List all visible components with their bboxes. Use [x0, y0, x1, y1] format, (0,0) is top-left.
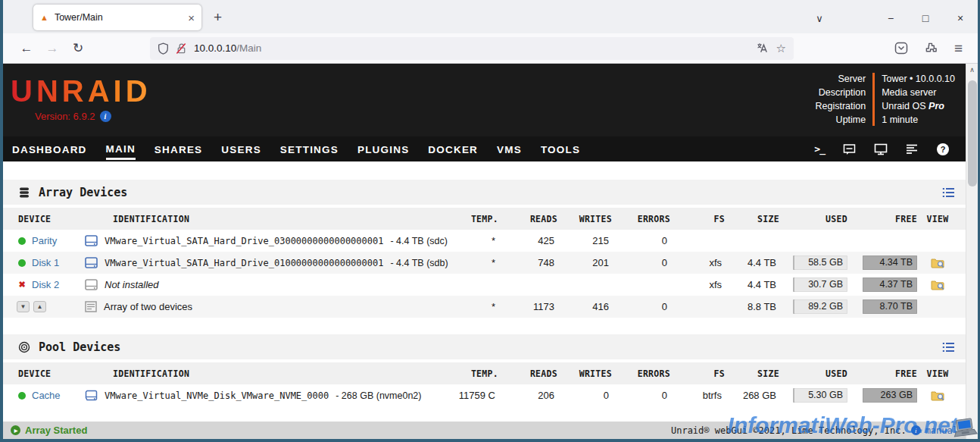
unraid-page: UNRAID Version: 6.9.2 i Server Descripti… — [3, 64, 966, 439]
used-cell: 5.30 GB — [779, 388, 847, 403]
url-text[interactable]: 10.0.0.10/Main — [194, 42, 750, 54]
used-cell: 58.5 GB — [779, 255, 847, 270]
browser-tab-bar: ▲ Tower/Main × + ∨ − □ × — [3, 0, 978, 33]
device-size-note: - 268 GB (nvme0n2) — [336, 390, 421, 401]
nav-main[interactable]: MAIN — [106, 139, 136, 160]
nav-plugins[interactable]: PLUGINS — [357, 139, 409, 158]
reads-cell: 206 — [498, 390, 557, 401]
size-cell: 8.8 TB — [725, 301, 779, 312]
col-identification: IDENTIFICATION — [85, 214, 456, 224]
pocket-icon[interactable] — [894, 42, 908, 55]
fs-cell: xfs — [670, 279, 725, 290]
nav-docker[interactable]: DOCKER — [428, 139, 478, 158]
log-icon[interactable] — [906, 143, 919, 155]
used-cell: 89.2 GB — [779, 299, 847, 314]
bookmark-star-icon[interactable]: ☆ — [776, 42, 786, 55]
nav-tools[interactable]: TOOLS — [541, 139, 580, 158]
browser-window: ▲ Tower/Main × + ∨ − □ × ← → ↻ 10.0.0.10… — [0, 0, 980, 442]
temp-cell: * — [456, 257, 498, 268]
menu-hamburger-icon[interactable]: ≡ — [954, 40, 963, 57]
forward-button[interactable]: → — [39, 41, 65, 56]
translate-icon[interactable] — [757, 42, 769, 54]
browser-tab[interactable]: ▲ Tower/Main × — [33, 5, 201, 30]
maximize-button[interactable]: □ — [908, 12, 943, 24]
back-button[interactable]: ← — [14, 41, 39, 56]
col-writes: WRITES — [557, 214, 612, 224]
nav-dashboard[interactable]: DASHBOARD — [12, 139, 87, 158]
device-identification: VMware_Virtual_NVMe_Disk_VMware_NVME_000… — [105, 390, 329, 401]
nav-users[interactable]: USERS — [221, 139, 261, 158]
nav-settings[interactable]: SETTINGS — [280, 139, 339, 158]
col-used: USED — [779, 368, 847, 379]
temp-cell: * — [456, 235, 498, 246]
feedback-icon[interactable] — [843, 143, 856, 155]
device-link-disk2[interactable]: Disk 2 — [32, 279, 59, 290]
insecure-lock-icon[interactable] — [176, 42, 187, 55]
array-started-icon: ▶ — [11, 425, 20, 435]
list-tabs-icon[interactable]: ∨ — [802, 13, 837, 24]
unraid-header: UNRAID Version: 6.9.2 i Server Descripti… — [3, 64, 966, 136]
device-size-note: - 4.4 TB (sdc) — [390, 236, 447, 246]
col-free: FREE — [847, 368, 917, 379]
col-device: DEVICE — [9, 368, 85, 379]
free-cell: 8.70 TB — [847, 299, 917, 314]
pool-circle-icon — [18, 341, 30, 353]
page-scrollbar[interactable]: ∧ — [966, 64, 978, 439]
device-link-disk1[interactable]: Disk 1 — [32, 257, 59, 268]
collapse-down-button[interactable]: ▼ — [17, 301, 30, 312]
scrollbar-up-icon[interactable]: ∧ — [966, 64, 978, 76]
watermark-laptop-icon — [952, 418, 978, 439]
collapse-up-button[interactable]: ▲ — [33, 301, 46, 312]
temp-cell: * — [456, 301, 498, 312]
version-line: Version: 6.9.2 i — [35, 111, 111, 122]
window-close-button[interactable]: × — [943, 12, 978, 24]
reads-cell: 1173 — [498, 301, 557, 312]
device-size-note: - 4.4 TB (sdb) — [390, 258, 448, 268]
errors-cell: 0 — [612, 301, 670, 312]
watermark-text: InformatiWeb-Pro.net — [728, 412, 958, 438]
col-errors: ERRORS — [612, 368, 670, 379]
free-cell: 263 GB — [847, 388, 917, 403]
registration-label: Registration — [816, 99, 866, 113]
nav-shares[interactable]: SHARES — [154, 139, 202, 158]
errors-cell: 0 — [612, 235, 670, 246]
list-view-icon[interactable] — [942, 342, 955, 353]
array-summary-icon — [85, 301, 97, 312]
reload-button[interactable]: ↻ — [65, 40, 91, 56]
browse-folder-icon[interactable] — [931, 279, 945, 291]
col-size: SIZE — [725, 368, 779, 379]
browse-folder-icon[interactable] — [931, 257, 945, 269]
url-bar[interactable]: 10.0.0.10/Main ☆ — [150, 37, 794, 60]
section-title-array-devices: Array Devices — [39, 186, 934, 199]
scrollbar-thumb[interactable] — [968, 80, 977, 187]
terminal-icon[interactable]: >_ — [814, 143, 825, 155]
extensions-icon[interactable] — [925, 42, 938, 55]
list-view-icon[interactable] — [942, 187, 955, 198]
disks-stack-icon — [18, 187, 30, 199]
size-cell: 4.4 TB — [725, 279, 779, 290]
url-path: /Main — [236, 42, 261, 54]
array-status-text: Array Started — [25, 425, 87, 436]
device-link-cache[interactable]: Cache — [32, 390, 61, 401]
device-identification: VMware_Virtual_SATA_Hard_Drive_010000000… — [105, 258, 383, 268]
server-info: Server Description Registration Uptime T… — [816, 72, 956, 127]
col-writes: WRITES — [557, 368, 612, 379]
minimize-button[interactable]: − — [873, 12, 908, 24]
array-table-header: DEVICE IDENTIFICATION TEMP. READS WRITES… — [3, 208, 966, 230]
device-link-parity[interactable]: Parity — [32, 235, 57, 246]
unraid-favicon-icon: ▲ — [40, 14, 48, 22]
size-cell: 4.4 TB — [725, 257, 779, 268]
errors-cell: 0 — [612, 257, 670, 268]
shield-icon[interactable] — [158, 42, 169, 55]
nav-vms[interactable]: VMS — [497, 139, 522, 158]
description-value: Media server — [882, 86, 955, 99]
help-icon[interactable]: ? — [937, 143, 949, 155]
display-icon[interactable] — [874, 143, 888, 155]
tab-close-icon[interactable]: × — [188, 11, 195, 24]
version-info-icon[interactable]: i — [100, 111, 111, 122]
registration-value: Unraid OS Pro — [882, 99, 955, 113]
new-tab-button[interactable]: + — [214, 9, 222, 26]
reads-cell: 425 — [498, 235, 557, 246]
browse-folder-icon[interactable] — [931, 390, 945, 402]
col-device: DEVICE — [9, 214, 85, 224]
